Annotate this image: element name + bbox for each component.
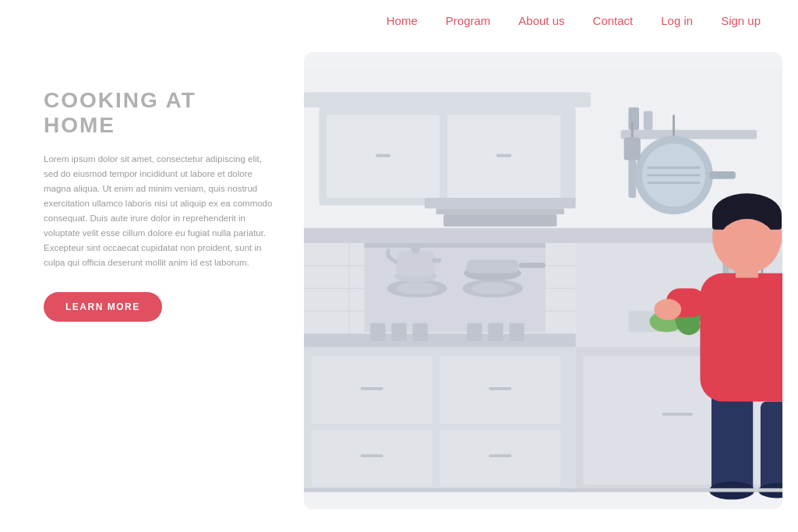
svg-rect-13	[304, 228, 782, 243]
svg-rect-37	[396, 251, 435, 277]
svg-rect-8	[436, 209, 564, 215]
nav-program[interactable]: Program	[446, 14, 491, 27]
svg-point-39	[411, 245, 421, 254]
main-nav: Home Program About us Contact Log in Sig…	[387, 14, 761, 27]
kitchen-illustration	[304, 52, 782, 509]
svg-rect-78	[711, 386, 753, 492]
svg-rect-38	[433, 258, 442, 262]
hero-description: Lorem ipsum dolor sit amet, consectetur …	[44, 152, 273, 270]
header: Home Program About us Contact Log in Sig…	[0, 0, 798, 41]
hero-title: COOKING AT HOME	[44, 88, 273, 138]
svg-rect-69	[709, 171, 736, 179]
svg-rect-44	[312, 356, 433, 424]
nav-login[interactable]: Log in	[661, 14, 693, 27]
nav-about[interactable]: About us	[518, 14, 564, 27]
svg-rect-55	[662, 413, 693, 416]
svg-rect-79	[761, 401, 782, 491]
svg-rect-45	[440, 356, 560, 424]
svg-rect-47	[440, 430, 560, 487]
nav-contact[interactable]: Contact	[593, 14, 634, 27]
main-container: COOKING AT HOME Lorem ipsum dolor sit am…	[0, 41, 798, 520]
svg-rect-30	[370, 323, 385, 341]
svg-rect-12	[644, 111, 653, 130]
svg-rect-33	[467, 323, 482, 341]
nav-home[interactable]: Home	[387, 14, 418, 27]
svg-rect-82	[700, 273, 782, 402]
nav-signup[interactable]: Sign up	[721, 14, 761, 27]
svg-rect-41	[466, 259, 519, 273]
svg-point-29	[471, 282, 514, 294]
svg-rect-34	[488, 323, 503, 341]
svg-rect-51	[489, 454, 511, 457]
svg-rect-11	[628, 107, 639, 130]
svg-rect-6	[496, 154, 511, 157]
svg-rect-10	[621, 130, 757, 139]
svg-rect-48	[361, 387, 383, 390]
svg-point-91	[719, 219, 776, 267]
svg-rect-9	[443, 214, 556, 226]
svg-rect-42	[519, 262, 546, 268]
svg-point-27	[396, 282, 438, 294]
svg-rect-5	[376, 154, 390, 157]
svg-rect-1	[304, 92, 591, 107]
svg-rect-7	[425, 198, 576, 209]
svg-rect-35	[509, 323, 524, 341]
svg-rect-92	[304, 488, 782, 492]
svg-rect-50	[361, 454, 383, 457]
svg-rect-31	[391, 323, 406, 341]
svg-rect-32	[412, 323, 427, 341]
learn-more-button[interactable]: LEARN MORE	[44, 292, 162, 322]
svg-rect-46	[312, 430, 433, 487]
svg-rect-49	[489, 387, 511, 390]
svg-rect-72	[624, 137, 641, 160]
svg-rect-25	[364, 243, 545, 248]
svg-point-84	[654, 299, 681, 320]
left-section: COOKING AT HOME Lorem ipsum dolor sit am…	[0, 41, 304, 520]
